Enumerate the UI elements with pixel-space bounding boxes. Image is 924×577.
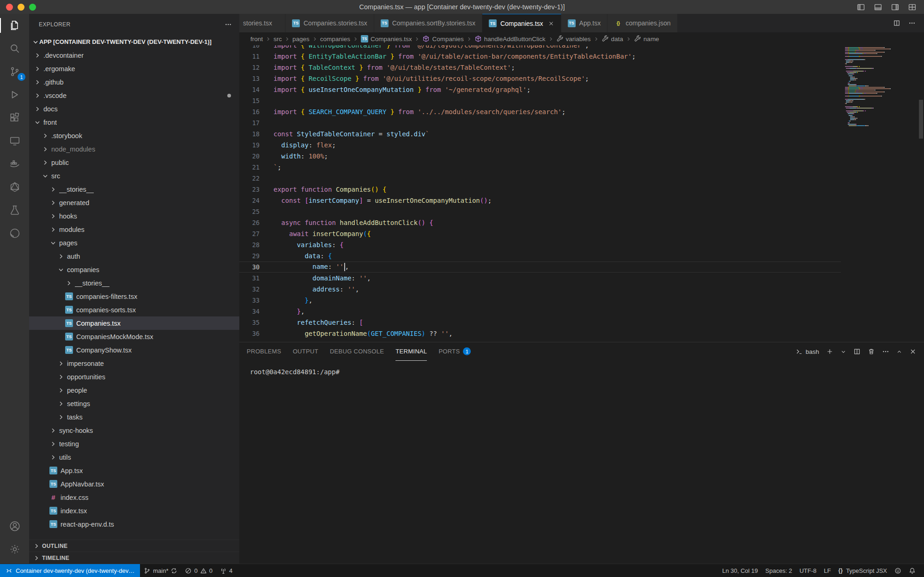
- tree-file-CompaniesMockMode.tsx[interactable]: TSCompaniesMockMode.tsx: [29, 330, 239, 343]
- breadcrumb-item-src[interactable]: src: [273, 36, 283, 43]
- tree-file-companies-sorts.tsx[interactable]: TScompanies-sorts.tsx: [29, 303, 239, 316]
- tree-folder-node_modules[interactable]: node_modules: [29, 142, 239, 156]
- tree-folder-people[interactable]: people: [29, 383, 239, 397]
- tree-folder-generated[interactable]: generated: [29, 196, 239, 209]
- tree-folder-__stories__[interactable]: __stories__: [29, 276, 239, 290]
- code-line-25[interactable]: 25: [239, 206, 841, 217]
- editor[interactable]: 10import { WithTopBarContainer } from '@…: [239, 45, 924, 342]
- eol-setting[interactable]: LF: [820, 564, 834, 577]
- code-line-20[interactable]: 20 width: 100%;: [239, 151, 841, 162]
- ports-indicator[interactable]: 4: [216, 564, 236, 577]
- tree-file-App.tsx[interactable]: TSApp.tsx: [29, 464, 239, 477]
- terminal-dropdown-icon[interactable]: [840, 349, 846, 355]
- kill-terminal-icon[interactable]: [868, 348, 875, 355]
- code-line-14[interactable]: 14import { useInsertOneCompanyMutation }…: [239, 84, 841, 95]
- tree-folder-docs[interactable]: docs: [29, 102, 239, 115]
- tab-App.tsx[interactable]: TSApp.tsx: [561, 14, 608, 32]
- timeline-section[interactable]: TIMELINE: [29, 552, 239, 564]
- tree-folder-.ergomake[interactable]: .ergomake: [29, 62, 239, 75]
- code-line-13[interactable]: 13import { RecoilScope } from '@/ui/util…: [239, 73, 841, 84]
- tree-folder-settings[interactable]: settings: [29, 397, 239, 410]
- code-line-35[interactable]: 35 refetchQueries: [: [239, 317, 841, 328]
- breadcrumb-item-handleAddButtonClick[interactable]: handleAddButtonClick: [474, 35, 547, 43]
- code-line-27[interactable]: 27 await insertCompany({: [239, 228, 841, 239]
- tree-folder-sync-hooks[interactable]: sync-hooks: [29, 424, 239, 437]
- tree-file-CompanyShow.tsx[interactable]: TSCompanyShow.tsx: [29, 343, 239, 357]
- breadcrumb-item-front[interactable]: front: [249, 36, 264, 43]
- tree-folder-impersonate[interactable]: impersonate: [29, 357, 239, 370]
- tab-Companies.tsx[interactable]: TSCompanies.tsx: [482, 14, 561, 32]
- tree-folder-.storybook[interactable]: .storybook: [29, 129, 239, 142]
- encoding-setting[interactable]: UTF-8: [796, 564, 820, 577]
- breadcrumb-item-companies[interactable]: companies: [319, 36, 351, 43]
- toggle-secondary-sidebar-icon[interactable]: [891, 3, 900, 12]
- workspace-root-folder[interactable]: APP [CONTAINER DEV-TWENTY-DEV (DEV-TWENT…: [29, 35, 239, 49]
- terminal-shell-selector[interactable]: bash: [796, 348, 819, 355]
- indentation-setting[interactable]: Spaces: 2: [762, 564, 796, 577]
- tree-folder-src[interactable]: src: [29, 169, 239, 182]
- tree-file-Companies.tsx[interactable]: TSCompanies.tsx: [29, 316, 239, 330]
- maximize-panel-icon[interactable]: [896, 349, 902, 355]
- editor-scrollbar[interactable]: [919, 100, 923, 139]
- code-line-21[interactable]: 21`;: [239, 162, 841, 173]
- code-line-26[interactable]: 26 async function handleAddButtonClick()…: [239, 217, 841, 228]
- code-line-29[interactable]: 29 data: {: [239, 250, 841, 261]
- tree-folder-opportunities[interactable]: opportunities: [29, 370, 239, 383]
- code-line-32[interactable]: 32 address: '',: [239, 284, 841, 295]
- code-line-36[interactable]: 36 getOperationName(GET_COMPANIES) ?? ''…: [239, 328, 841, 339]
- problems-indicator[interactable]: 0 0: [181, 564, 216, 577]
- code-line-18[interactable]: 18const StyledTableContainer = styled.di…: [239, 128, 841, 140]
- activity-testing-icon[interactable]: [0, 199, 29, 222]
- tree-folder-auth[interactable]: auth: [29, 249, 239, 263]
- tree-folder-hooks[interactable]: hooks: [29, 209, 239, 223]
- activity-extensions-icon[interactable]: [0, 106, 29, 129]
- panel-tab-ports[interactable]: PORTS1: [438, 342, 471, 361]
- tree-folder-testing[interactable]: testing: [29, 437, 239, 450]
- code-line-16[interactable]: 16import { SEARCH_COMPANY_QUERY } from '…: [239, 106, 841, 117]
- breadcrumb-item-Companies[interactable]: Companies: [421, 35, 464, 43]
- tree-folder-.vscode[interactable]: .vscode: [29, 89, 239, 102]
- code-line-31[interactable]: 31 domainName: '',: [239, 273, 841, 284]
- tab-Companies.sortBy.stories.tsx[interactable]: TSCompanies.sortBy.stories.tsx: [374, 14, 482, 32]
- tree-file-react-app-env.d.ts[interactable]: TSreact-app-env.d.ts: [29, 517, 239, 531]
- split-terminal-icon[interactable]: [853, 348, 861, 355]
- code-line-17[interactable]: 17: [239, 117, 841, 128]
- activity-search-icon[interactable]: [0, 37, 29, 60]
- code-line-23[interactable]: 23export function Companies() {: [239, 184, 841, 195]
- activity-source-control-icon[interactable]: 1: [0, 60, 29, 83]
- tree-folder-pages[interactable]: pages: [29, 236, 239, 249]
- panel-tab-debug-console[interactable]: DEBUG CONSOLE: [330, 342, 384, 361]
- activity-account-icon[interactable]: [0, 515, 29, 538]
- editor-more-actions-icon[interactable]: [908, 19, 916, 27]
- close-panel-icon[interactable]: [909, 348, 917, 355]
- activity-explorer-icon[interactable]: [0, 14, 29, 37]
- activity-run-debug-icon[interactable]: [0, 83, 29, 106]
- breadcrumb-item-pages[interactable]: pages: [292, 36, 310, 43]
- code-line-30[interactable]: 30 name: '',: [239, 261, 841, 273]
- tree-file-index.tsx[interactable]: TSindex.tsx: [29, 504, 239, 517]
- zoom-window-button[interactable]: [29, 4, 36, 11]
- breadcrumb-item-name[interactable]: name: [633, 35, 660, 43]
- tree-file-companies-filters.tsx[interactable]: TScompanies-filters.tsx: [29, 290, 239, 303]
- new-terminal-icon[interactable]: [826, 348, 833, 355]
- tree-folder-utils[interactable]: utils: [29, 450, 239, 464]
- toggle-panel-icon[interactable]: [874, 3, 882, 12]
- cursor-position[interactable]: Ln 30, Col 19: [718, 564, 761, 577]
- code-line-11[interactable]: 11import { EntityTableActionBar } from '…: [239, 51, 841, 62]
- outline-section[interactable]: OUTLINE: [29, 540, 239, 552]
- panel-tab-output[interactable]: OUTPUT: [293, 342, 318, 361]
- customize-layout-icon[interactable]: [908, 3, 917, 12]
- minimize-window-button[interactable]: [18, 4, 24, 11]
- panel-tab-terminal[interactable]: TERMINAL: [395, 342, 427, 361]
- toggle-primary-sidebar-icon[interactable]: [857, 3, 865, 12]
- tree-folder-companies[interactable]: companies: [29, 263, 239, 276]
- code-line-15[interactable]: 15: [239, 95, 841, 106]
- code-line-33[interactable]: 33 },: [239, 295, 841, 306]
- tree-folder-.devcontainer[interactable]: .devcontainer: [29, 49, 239, 62]
- tree-file-AppNavbar.tsx[interactable]: TSAppNavbar.tsx: [29, 477, 239, 491]
- breadcrumb-item-variables[interactable]: variables: [555, 35, 592, 43]
- code-line-28[interactable]: 28 variables: {: [239, 239, 841, 250]
- activity-graphql-icon[interactable]: [0, 176, 29, 199]
- close-window-button[interactable]: [6, 4, 13, 11]
- split-editor-icon[interactable]: [893, 19, 900, 27]
